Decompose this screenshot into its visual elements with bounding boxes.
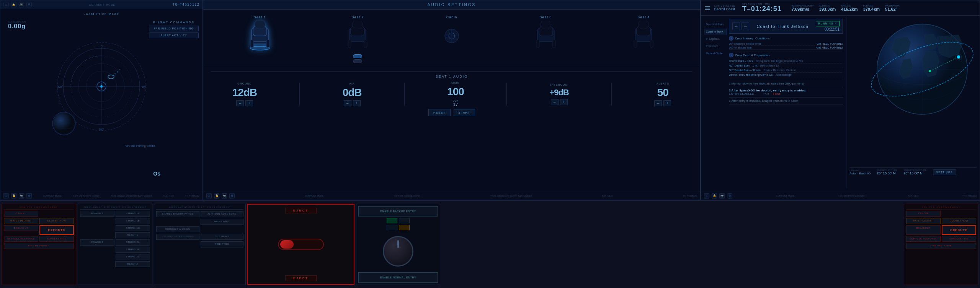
next-phase-btn[interactable]: → xyxy=(742,23,749,30)
svg-rect-49 xyxy=(650,40,653,47)
execute-btn-left[interactable]: EXECUTE xyxy=(39,225,74,235)
lock-icon[interactable]: 🔒 xyxy=(11,2,16,7)
audio-footer-pointing: Far Field Pointing Deorbit xyxy=(394,195,420,197)
seat3-item[interactable]: Seat 3 xyxy=(534,15,557,63)
fire-pyro-btn[interactable]: FIRE PYRO xyxy=(201,241,244,247)
string2c-btn[interactable]: STRING 2C xyxy=(116,254,150,260)
phase-deorbit-btn[interactable]: Deorbit & Burn xyxy=(704,21,727,27)
af-cam[interactable]: 📷 xyxy=(222,193,227,199)
mf-home[interactable]: ⌂ xyxy=(704,193,709,199)
alerts-minus[interactable]: – xyxy=(654,100,662,106)
target-settings-btn[interactable]: SETTINGS xyxy=(933,169,956,175)
mains-only-btn[interactable]: MAINS ONLY xyxy=(201,219,244,225)
r-breakout-btn[interactable]: BREAKOUT xyxy=(906,225,941,235)
string1a-btn[interactable]: STRING 1A xyxy=(116,211,150,217)
footer-gear[interactable]: ⚙ xyxy=(26,193,32,199)
breakout-btn-left[interactable]: BREAKOUT xyxy=(4,225,38,231)
seat2-toggle2[interactable] xyxy=(353,59,362,63)
r-water-deorbit-btn[interactable]: WATER DEORBIT xyxy=(906,218,941,224)
string2a-btn[interactable]: STRING 2A xyxy=(116,239,150,246)
bottom-section: VEHICLE EMPOWERMENT CANCEL WATER DEORBIT… xyxy=(0,200,980,288)
r-fire-response-btn[interactable]: FIRE RESPONSE xyxy=(906,243,976,249)
alerts-plus[interactable]: + xyxy=(663,100,671,106)
air-minus[interactable]: – xyxy=(344,100,351,106)
mf-lock[interactable]: 🔒 xyxy=(712,193,717,199)
phase-manual-btn[interactable]: Manual Chute xyxy=(704,50,727,56)
settings-icon-nav[interactable]: ⚙ xyxy=(26,2,32,7)
intercom-plus[interactable]: + xyxy=(560,99,568,105)
r-execute-btn[interactable]: EXECUTE xyxy=(942,225,976,235)
footer-home[interactable]: ⌂ xyxy=(3,193,9,199)
string2b-btn[interactable]: STRING 2B xyxy=(116,247,150,253)
alert-activity-btn[interactable]: ALERT ACTIVITY xyxy=(149,33,199,38)
eject-switch[interactable] xyxy=(278,239,324,250)
emerg-row3: BREAKOUT EXECUTE xyxy=(4,225,74,235)
main-label: MAIN xyxy=(451,81,460,84)
intercom-minus[interactable]: – xyxy=(551,99,559,105)
prep-2: NLT Deorbit Burn – 1 hr. Deorbit Burn 15 xyxy=(729,63,843,68)
phase-ifsep-btn[interactable]: IF Separati. xyxy=(704,36,727,42)
r-depress-btn[interactable]: DEPRESS RESPONSE xyxy=(906,236,941,242)
planet-view: EARTH ULF1 xyxy=(52,111,77,138)
cancel-btn-right[interactable]: CANCEL xyxy=(906,211,941,217)
mf-track: TR-T4655122 xyxy=(962,195,977,197)
seat3-label: Seat 3 xyxy=(540,15,552,19)
far-field-btn[interactable]: FAR FIELD POSITIONING xyxy=(149,26,199,31)
r-supress-btn[interactable]: SUPRESS FIRE xyxy=(942,236,976,242)
cancel-btn-left[interactable]: CANCEL xyxy=(4,211,38,217)
conditions-title: Crew Interrupt Conditions xyxy=(735,37,770,40)
deorbit-now-btn[interactable]: DEORBIT NOW xyxy=(39,218,74,224)
home-icon[interactable]: ⌂ xyxy=(3,2,9,7)
pyro-title: PRESS AND HOLD TO SELECT PYROS FOR RESET xyxy=(156,206,243,210)
string1b-btn[interactable]: STRING 1B xyxy=(116,218,150,224)
power1-btn[interactable]: POWER 1 xyxy=(80,211,114,217)
mf-gear[interactable]: ⚙ xyxy=(727,193,732,199)
depress-response-btn[interactable]: DEPRESS RESPONSE xyxy=(4,236,38,242)
footer-lock[interactable]: 🔒 xyxy=(11,193,16,199)
phase-procedure-btn[interactable]: Procedure xyxy=(704,43,727,49)
jettison-nose-cone-btn[interactable]: JETTISON NOSE CONE xyxy=(201,211,244,217)
power2-btn[interactable]: POWER 2 xyxy=(80,239,114,246)
cabin-item[interactable]: Cabin xyxy=(444,15,459,63)
supress-fire-btn[interactable]: SUPRESS FIRE xyxy=(39,236,74,242)
af-lock[interactable]: 🔒 xyxy=(214,193,219,199)
reset1-btn[interactable]: RESET 1 xyxy=(115,232,150,238)
mf-mode-label: CURRENT MODE xyxy=(776,195,795,197)
ground-btns: – + xyxy=(236,100,253,106)
footer-cam[interactable]: 📷 xyxy=(19,193,24,199)
enable-normal-entry-btn[interactable]: ENABLE NORMAL ENTRY xyxy=(358,272,438,283)
string1c-btn[interactable]: STRING 1C xyxy=(116,225,150,231)
ground-minus[interactable]: – xyxy=(236,100,244,106)
seat4-item[interactable]: Seat 4 xyxy=(632,15,655,63)
svg-point-37 xyxy=(352,21,363,29)
target-row: LANDING Auto – Earth IO TARGET LATITUDE … xyxy=(849,167,977,177)
drogues-mains-btn[interactable]: DROGUES & MAINS xyxy=(156,226,199,233)
phase-coast-btn[interactable]: Coast to Trunk xyxy=(704,29,727,34)
af-home[interactable]: ⌂ xyxy=(206,193,212,199)
air-plus[interactable]: + xyxy=(353,100,361,106)
reset2-btn[interactable]: RESET 2 xyxy=(115,261,150,267)
hamburger-icon[interactable] xyxy=(705,6,710,10)
r-deorbit-now-btn[interactable]: DEORBIT NOW xyxy=(942,218,976,224)
main-dial[interactable] xyxy=(383,236,413,267)
svg-point-18 xyxy=(119,69,121,70)
mf-cam[interactable]: 📷 xyxy=(719,193,725,199)
perigee-value: 379.4km xyxy=(863,7,880,11)
alt-value: 393.3km xyxy=(819,7,836,11)
water-deorbit-btn[interactable]: WATER DEORBIT xyxy=(4,218,38,224)
prev-phase-btn[interactable]: ← xyxy=(732,23,740,30)
fire-response-btn[interactable]: FIRE RESPONSE xyxy=(4,243,74,249)
seat2-toggle1[interactable] xyxy=(353,54,362,58)
svg-point-51 xyxy=(638,21,649,29)
seat1-item[interactable]: Seat 1 xyxy=(248,15,271,63)
seat2-item[interactable]: Seat 2 xyxy=(346,15,369,63)
enable-backup-pyros-btn[interactable]: ENABLE BACKUP PYROS xyxy=(156,211,199,217)
reset-btn[interactable]: RESET xyxy=(428,109,451,116)
note-2: 2 After SpaceXGO for deorbit, verify ent… xyxy=(729,87,843,98)
cam-icon[interactable]: 📷 xyxy=(19,2,24,7)
start-btn[interactable]: START xyxy=(454,109,475,116)
cut-mains-btn[interactable]: CUT MAINS xyxy=(201,234,244,240)
af-gear[interactable]: ⚙ xyxy=(229,193,235,199)
enable-backup-entry-btn[interactable]: ENABLE BACKUP ENTRY xyxy=(358,206,438,216)
ground-plus[interactable]: + xyxy=(245,100,253,106)
